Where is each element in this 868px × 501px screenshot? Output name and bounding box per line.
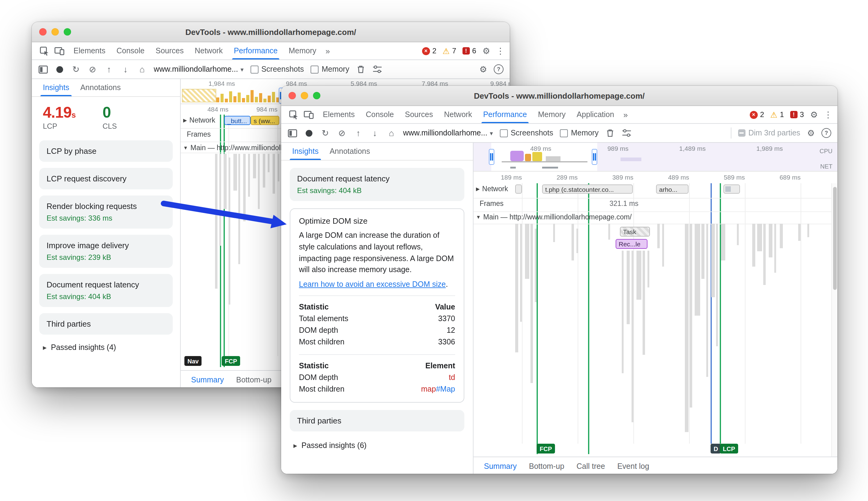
zoom-button[interactable]: [313, 92, 321, 99]
insight-card-optimize-dom-size[interactable]: Optimize DOM size A large DOM can increa…: [290, 209, 464, 403]
lcp-marker-chip[interactable]: LCP: [720, 444, 738, 454]
tab-summary[interactable]: Summary: [186, 371, 229, 387]
lcp-metric[interactable]: 4.19s LCP: [43, 104, 76, 131]
help-icon[interactable]: ?: [822, 128, 831, 138]
tab-memory[interactable]: Memory: [533, 106, 571, 123]
minimize-button[interactable]: [52, 28, 59, 35]
insight-card-third-parties[interactable]: Third parties: [39, 313, 173, 335]
insight-card-lcp-by-phase[interactable]: LCP by phase: [39, 141, 173, 162]
nav-marker-chip[interactable]: Nav: [184, 356, 202, 366]
tab-event-log[interactable]: Event log: [612, 457, 654, 474]
clear-icon[interactable]: ⊘: [88, 64, 97, 74]
tab-annotations[interactable]: Annotations: [325, 143, 375, 160]
tab-insights[interactable]: Insights: [38, 79, 74, 96]
element-link[interactable]: map: [421, 385, 436, 393]
capture-settings-gear-icon[interactable]: ⚙: [807, 129, 815, 137]
upload-profile-icon[interactable]: ↑: [104, 64, 114, 74]
kebab-menu-icon[interactable]: ⋮: [496, 46, 505, 55]
tab-application[interactable]: Application: [571, 106, 620, 123]
more-tabs-icon[interactable]: »: [322, 42, 334, 60]
tab-network[interactable]: Network: [189, 42, 228, 60]
insight-card-lcp-request-discovery[interactable]: LCP request discovery: [39, 168, 173, 190]
record-button[interactable]: [55, 64, 64, 74]
download-profile-icon[interactable]: ↓: [121, 64, 130, 74]
screenshots-checkbox[interactable]: [250, 65, 258, 73]
error-badge[interactable]: ×2: [422, 46, 436, 55]
settings-gear-icon[interactable]: ⚙: [810, 110, 818, 119]
tab-call-tree[interactable]: Call tree: [571, 457, 610, 474]
screenshots-checkbox[interactable]: [500, 129, 508, 137]
tab-sources[interactable]: Sources: [150, 42, 189, 60]
tab-annotations[interactable]: Annotations: [75, 79, 126, 96]
screenshots-checkbox-group[interactable]: Screenshots: [500, 129, 553, 137]
zoom-button[interactable]: [64, 28, 71, 35]
tab-insights[interactable]: Insights: [287, 143, 323, 160]
memory-checkbox[interactable]: [311, 65, 318, 73]
home-icon[interactable]: ⌂: [137, 64, 147, 74]
settings-gear-icon[interactable]: ⚙: [482, 46, 490, 55]
tab-network[interactable]: Network: [438, 106, 478, 123]
reload-record-icon[interactable]: ↻: [71, 64, 81, 74]
passed-insights-toggle[interactable]: ▶ Passed insights (6): [290, 439, 464, 452]
tab-elements[interactable]: Elements: [68, 42, 111, 60]
record-button[interactable]: [304, 128, 314, 138]
garbage-collect-icon[interactable]: [356, 64, 366, 74]
insight-card-third-parties[interactable]: Third parties: [290, 410, 464, 431]
home-icon[interactable]: ⌂: [387, 128, 396, 138]
tab-memory[interactable]: Memory: [283, 42, 322, 60]
tab-performance[interactable]: Performance: [477, 106, 532, 123]
memory-checkbox[interactable]: [560, 129, 568, 137]
tab-bottom-up[interactable]: Bottom-up: [523, 457, 570, 474]
capture-settings-gear-icon[interactable]: ⚙: [479, 65, 487, 74]
tab-console[interactable]: Console: [111, 42, 150, 60]
help-icon[interactable]: ?: [494, 64, 503, 74]
garbage-collect-icon[interactable]: [605, 128, 615, 138]
history-select[interactable]: www.milliondollarhome...▾: [154, 65, 243, 74]
fcp-marker-chip[interactable]: FCP: [536, 444, 555, 454]
minimize-button[interactable]: [301, 92, 308, 99]
tab-performance[interactable]: Performance: [228, 42, 283, 60]
passed-insights-toggle[interactable]: ▶ Passed insights (4): [39, 341, 173, 354]
warning-badge[interactable]: ⚠1: [770, 110, 784, 119]
tab-sources[interactable]: Sources: [399, 106, 438, 123]
inspect-element-icon[interactable]: [289, 110, 298, 119]
tab-console[interactable]: Console: [360, 106, 399, 123]
insight-card-image-delivery[interactable]: Improve image delivery Est savings: 239 …: [39, 235, 173, 268]
memory-checkbox-group[interactable]: Memory: [311, 65, 349, 74]
titlebar[interactable]: DevTools - www.milliondollarhomepage.com…: [32, 22, 510, 42]
scrollbar-thumb[interactable]: [833, 187, 837, 290]
scrollbar-track[interactable]: [831, 183, 837, 457]
download-profile-icon[interactable]: ↓: [370, 128, 380, 138]
dom-size-doc-link[interactable]: Learn how to avoid an excessive DOM size: [299, 280, 446, 289]
recalculate-style-chip[interactable]: Rec...le: [616, 239, 648, 249]
device-toolbar-icon[interactable]: [55, 46, 64, 56]
dim-3rd-parties-toggle[interactable]: Dim 3rd parties: [738, 129, 800, 137]
screenshots-checkbox-group[interactable]: Screenshots: [250, 65, 304, 74]
clear-icon[interactable]: ⊘: [337, 128, 347, 138]
device-toolbar-icon[interactable]: [304, 110, 314, 119]
issues-badge[interactable]: !6: [463, 46, 476, 55]
upload-profile-icon[interactable]: ↑: [354, 128, 363, 138]
element-link[interactable]: td: [449, 373, 455, 382]
error-badge[interactable]: ×2: [749, 110, 764, 119]
issues-badge[interactable]: !3: [790, 110, 804, 119]
tune-settings-icon[interactable]: [622, 128, 631, 138]
close-button[interactable]: [289, 92, 296, 99]
element-id-link[interactable]: #Map: [436, 385, 455, 393]
tab-summary[interactable]: Summary: [478, 457, 522, 474]
memory-checkbox-group[interactable]: Memory: [560, 129, 598, 137]
tab-elements[interactable]: Elements: [317, 106, 360, 123]
task-chip[interactable]: Task: [620, 227, 650, 236]
cls-metric[interactable]: 0 CLS: [102, 104, 117, 131]
insight-card-render-blocking[interactable]: Render blocking requests Est savings: 33…: [39, 196, 173, 229]
tune-settings-icon[interactable]: [372, 64, 382, 74]
kebab-menu-icon[interactable]: ⋮: [824, 110, 833, 119]
more-tabs-icon[interactable]: »: [620, 106, 631, 123]
titlebar[interactable]: DevTools - www.milliondollarhomepage.com…: [281, 86, 837, 106]
tab-bottom-up[interactable]: Bottom-up: [231, 371, 277, 387]
history-select[interactable]: www.milliondollarhome...▾: [403, 129, 493, 137]
reload-record-icon[interactable]: ↻: [321, 128, 330, 138]
insight-card-doc-latency[interactable]: Document request latency Est savings: 40…: [290, 168, 464, 201]
dim-3rd-parties-checkbox[interactable]: [738, 129, 745, 137]
warning-badge[interactable]: ⚠7: [443, 46, 456, 55]
